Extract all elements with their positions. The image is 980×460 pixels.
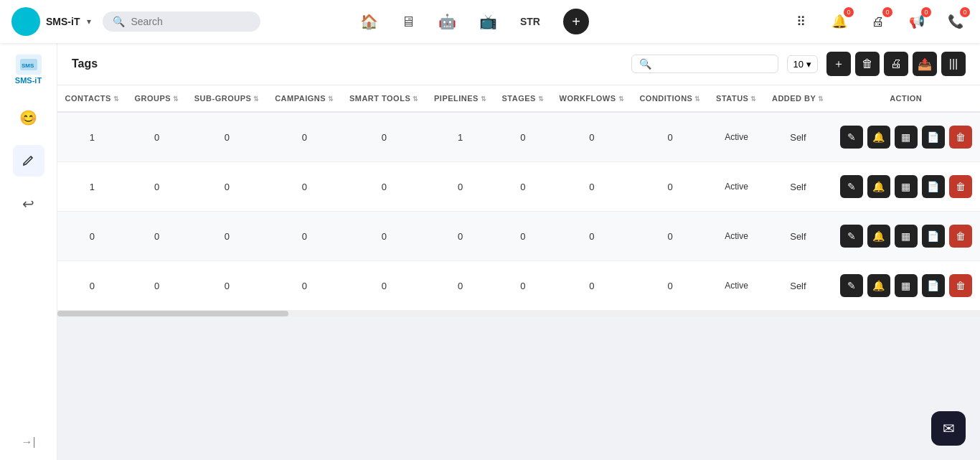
cell-contacts: 1	[57, 112, 127, 162]
cell-conditions: 0	[632, 212, 709, 261]
col-campaigns[interactable]: CAMPAIGNS⇅	[268, 85, 342, 112]
edit-action-button[interactable]: ✎	[840, 126, 863, 149]
sidebar-logo-text: SMS-iT	[15, 76, 42, 85]
tv-nav-icon[interactable]: 📺	[479, 13, 497, 30]
chat-bubble-icon: ✉	[943, 420, 955, 437]
tags-search-bar[interactable]: 🔍	[631, 55, 778, 73]
bot-nav-icon[interactable]: 🤖	[438, 13, 456, 30]
cell-action: ✎🔔▦📄🗑	[831, 261, 980, 311]
tags-title: Tags	[72, 57, 98, 70]
megaphone-icon[interactable]: 📢0	[904, 9, 930, 34]
edit-action-button[interactable]: ✎	[840, 225, 863, 248]
status-badge: Active	[717, 130, 755, 144]
cell-groups: 0	[127, 162, 187, 212]
horizontal-scrollbar[interactable]	[57, 311, 980, 316]
col-stages[interactable]: STAGES⇅	[494, 85, 552, 112]
main-content: Tags 🔍 10 ▾ ＋ 🗑 🖨 📤 ||| CONTACTS⇅	[57, 43, 980, 460]
cell-stages: 0	[494, 162, 552, 212]
col-added-by[interactable]: ADDED BY⇅	[764, 85, 831, 112]
col-sub-groups[interactable]: SUB-GROUPS⇅	[187, 85, 267, 112]
action-buttons: ✎🔔▦📄🗑	[839, 126, 973, 149]
scroll-thumb	[57, 311, 288, 316]
col-contacts[interactable]: CONTACTS⇅	[57, 85, 127, 112]
notify-action-button[interactable]: 🔔	[867, 175, 890, 198]
page-size-select[interactable]: 10 ▾	[787, 55, 818, 73]
columns-header-button[interactable]: |||	[941, 52, 966, 76]
notify-action-button[interactable]: 🔔	[867, 274, 890, 297]
search-icon: 🔍	[113, 16, 125, 27]
table-row: 000000000ActiveSelf✎🔔▦📄🗑	[57, 261, 980, 311]
top-navigation: SMS-iT ▾ 🔍 🏠 🖥 🤖 📺 STR + ⠿ 🔔0 🖨0 📢0 📞0	[0, 0, 980, 43]
edit-action-button[interactable]: ✎	[840, 274, 863, 297]
export-header-button[interactable]: 📤	[913, 52, 937, 76]
col-action: ACTION	[831, 85, 980, 112]
phone-icon[interactable]: 📞0	[943, 9, 969, 34]
add-button[interactable]: ＋	[826, 52, 851, 76]
qr-action-button[interactable]: ▦	[895, 225, 918, 248]
home-nav-icon[interactable]: 🏠	[360, 13, 378, 30]
page-size-chevron: ▾	[806, 59, 811, 70]
col-workflows[interactable]: WORKFLOWS⇅	[552, 85, 632, 112]
cell-campaigns: 0	[268, 212, 342, 261]
cell-contacts: 1	[57, 162, 127, 212]
cell-campaigns: 0	[268, 261, 342, 311]
doc-action-button[interactable]: 📄	[922, 274, 945, 297]
tags-search-input[interactable]	[656, 59, 771, 70]
logo-area[interactable]: SMS-iT ▾	[11, 7, 91, 36]
col-smart-tools[interactable]: SMART TOOLS⇅	[341, 85, 426, 112]
col-groups[interactable]: GROUPS⇅	[127, 85, 187, 112]
col-status[interactable]: STATUS⇅	[709, 85, 765, 112]
status-badge: Active	[717, 229, 755, 243]
cell-sub_groups: 0	[187, 112, 267, 162]
status-badge: Active	[717, 179, 755, 194]
search-input[interactable]	[131, 16, 250, 27]
tags-header: Tags 🔍 10 ▾ ＋ 🗑 🖨 📤 |||	[57, 43, 980, 85]
qr-action-button[interactable]: ▦	[895, 274, 918, 297]
cell-groups: 0	[127, 112, 187, 162]
notify-action-button[interactable]: 🔔	[867, 126, 890, 149]
qr-action-button[interactable]: ▦	[895, 126, 918, 149]
print-header-button[interactable]: 🖨	[884, 52, 908, 76]
svg-text:SMS: SMS	[22, 62, 34, 69]
sidebar-item-arrow[interactable]: ↩	[13, 188, 44, 220]
search-bar[interactable]: 🔍	[103, 11, 260, 32]
cell-pipelines: 1	[426, 112, 494, 162]
notify-action-button[interactable]: 🔔	[867, 225, 890, 248]
chat-bubble-button[interactable]: ✉	[931, 411, 966, 446]
cell-sub_groups: 0	[187, 212, 267, 261]
sidebar-item-smiley[interactable]: 😊	[13, 102, 44, 133]
col-pipelines[interactable]: PIPELINES⇅	[426, 85, 494, 112]
delete-action-button[interactable]: 🗑	[949, 126, 972, 149]
monitor-nav-icon[interactable]: 🖥	[401, 14, 415, 30]
status-badge: Active	[717, 278, 755, 293]
cell-added-by: Self	[764, 212, 831, 261]
grid-icon[interactable]: ⠿	[788, 9, 814, 34]
cell-groups: 0	[127, 212, 187, 261]
col-conditions[interactable]: CONDITIONS⇅	[632, 85, 709, 112]
left-sidebar: SMS SMS-iT 😊 ↩ →|	[0, 43, 57, 460]
cell-action: ✎🔔▦📄🗑	[831, 162, 980, 212]
delete-action-button[interactable]: 🗑	[949, 274, 972, 297]
cell-smart_tools: 0	[341, 112, 426, 162]
doc-action-button[interactable]: 📄	[922, 175, 945, 198]
table-row: 000000000ActiveSelf✎🔔▦📄🗑	[57, 212, 980, 261]
app-chevron: ▾	[87, 17, 91, 27]
str-nav-button[interactable]: STR	[520, 16, 540, 27]
delete-action-button[interactable]: 🗑	[949, 225, 972, 248]
add-nav-button[interactable]: +	[563, 9, 589, 34]
delete-header-button[interactable]: 🗑	[855, 52, 880, 76]
sidebar-collapse-button[interactable]: →|	[21, 436, 35, 449]
cell-added-by: Self	[764, 162, 831, 212]
delete-action-button[interactable]: 🗑	[949, 175, 972, 198]
doc-action-button[interactable]: 📄	[922, 126, 945, 149]
table-row: 100000000ActiveSelf✎🔔▦📄🗑	[57, 162, 980, 212]
edit-action-button[interactable]: ✎	[840, 175, 863, 198]
cell-status: Active	[709, 162, 765, 212]
print-icon[interactable]: 🖨0	[865, 9, 891, 34]
qr-action-button[interactable]: ▦	[895, 175, 918, 198]
cell-campaigns: 0	[268, 112, 342, 162]
sidebar-item-edit[interactable]	[13, 145, 44, 177]
cell-workflows: 0	[552, 261, 632, 311]
doc-action-button[interactable]: 📄	[922, 225, 945, 248]
bell-icon[interactable]: 🔔0	[826, 9, 852, 34]
